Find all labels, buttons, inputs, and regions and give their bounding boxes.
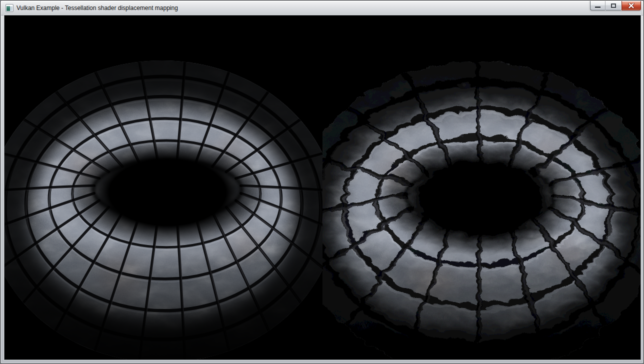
titlebar[interactable]: Vulkan Example - Tessellation shader dis… <box>1 1 643 16</box>
render-left-no-displacement <box>4 16 322 360</box>
torus-render-smooth <box>4 16 322 360</box>
screen: Vulkan Example - Tessellation shader dis… <box>0 0 644 364</box>
torus-render-displaced <box>322 16 640 360</box>
close-button[interactable] <box>622 1 641 10</box>
close-icon <box>628 3 634 8</box>
maximize-icon <box>611 4 616 8</box>
render-viewport[interactable] <box>4 15 641 360</box>
app-icon <box>6 4 14 12</box>
caption-buttons <box>590 1 641 11</box>
maximize-button[interactable] <box>606 1 622 10</box>
window-title: Vulkan Example - Tessellation shader dis… <box>16 1 178 15</box>
minimize-button[interactable] <box>590 1 606 10</box>
minimize-icon <box>595 6 600 8</box>
render-right-displacement <box>322 16 640 360</box>
app-window: Vulkan Example - Tessellation shader dis… <box>0 0 644 364</box>
